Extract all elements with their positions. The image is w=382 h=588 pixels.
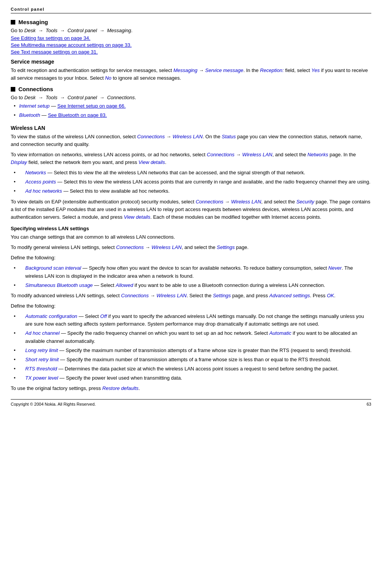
messaging-link-1-text[interactable]: See Editing fax settings on page 34.	[11, 35, 90, 41]
bluetooth-label: Bluetooth	[19, 112, 40, 118]
eap-viewdetails[interactable]: View details	[124, 214, 150, 220]
service-msg-link-yes[interactable]: Yes	[312, 67, 320, 73]
general-bullet-bluetooth: Simultaneous Bluetooth usage — Select Al…	[11, 282, 371, 289]
adv-advanced-settings[interactable]: Advanced settings	[269, 293, 310, 298]
advanced-settings-bullets: Automatic configuration — Select Off if …	[11, 313, 371, 382]
internet-setup-link[interactable]: See Internet setup on page 66.	[57, 103, 126, 109]
connections-nav-tools: Tools	[46, 95, 57, 100]
connections-bullet-internet: Internet setup — See Internet setup on p…	[11, 102, 371, 110]
connections-nav-connections: Connections	[107, 95, 135, 100]
eap-para: To view details on EAP (extensible authe…	[11, 198, 371, 221]
service-msg-link-no[interactable]: No	[105, 75, 111, 81]
specifying-para1: You can change settings that are common …	[11, 233, 371, 241]
messaging-nav-prefix: Go to	[11, 28, 23, 33]
wlan-para1-status: Status	[222, 134, 236, 139]
messaging-title: Messaging	[18, 19, 48, 25]
messaging-square-icon	[11, 20, 15, 25]
advanced-bullet-adhocchannel: Ad hoc channel — Specify the radio frequ…	[11, 329, 371, 345]
wlan-accesspoints-label: Access points	[25, 179, 56, 185]
wlan-bullet-networks: Networks — Select this to view the all t…	[11, 169, 371, 177]
advanced-bullet-rtsthreshold: RTS threshold — Determines the data pack…	[11, 365, 371, 373]
adhocchannel-automatic: Automatic	[269, 330, 291, 336]
rtsthreshold-label: RTS threshold	[25, 366, 57, 372]
messaging-heading: Messaging	[11, 19, 371, 25]
connections-heading: Connections	[11, 86, 371, 92]
define-following-2: Define the following:	[11, 302, 371, 310]
connections-square-icon	[11, 87, 15, 92]
advanced-bullet-txpower: TX power level — Specify the power level…	[11, 374, 371, 382]
connections-bullet-list: Internet setup — See Internet setup on p…	[11, 102, 371, 119]
factory-para: To use the original factory settings, pr…	[11, 385, 371, 392]
adv-connections[interactable]: Connections	[121, 293, 149, 298]
advanced-para: To modify advanced wireless LAN settings…	[11, 292, 371, 300]
advanced-bullet-shortretry: Short retry limit — Specify the maximum …	[11, 356, 371, 364]
connections-title: Connections	[18, 86, 53, 92]
wireless-lan-bullets: Networks — Select this to view the all t…	[11, 169, 371, 195]
wlan-adhoc-label: Ad hoc networks	[25, 188, 62, 194]
service-msg-link-messaging[interactable]: Messaging	[173, 67, 198, 73]
adv-ok[interactable]: OK	[327, 293, 334, 298]
eap-connections[interactable]: Connections	[196, 199, 223, 205]
spec-settings: Settings	[217, 244, 235, 250]
adv-settings: Settings	[213, 293, 231, 298]
messaging-link-3-text[interactable]: See Text message settings on page 31.	[11, 49, 98, 55]
connections-nav-controlpanel: Control panel	[67, 95, 97, 100]
connections-nav: Go to Desk → Tools → Control panel → Con…	[11, 95, 371, 100]
messaging-link-2-text[interactable]: See Multimedia message account settings …	[11, 42, 132, 48]
footer-bar: Copyright © 2004 Nokia. All Rights Reser…	[11, 399, 371, 406]
header-label: Control panel	[11, 7, 44, 11]
wlan-para2-wirelesslan[interactable]: Wireless LAN	[242, 152, 273, 157]
service-msg-link-service[interactable]: Service message	[205, 67, 243, 73]
messaging-link-3[interactable]: See Text message settings on page 31.	[11, 49, 371, 55]
service-message-title: Service message	[11, 59, 371, 65]
header-bar: Control panel	[11, 7, 371, 13]
internet-setup-label: Internet setup	[19, 103, 50, 109]
wlan-bullet-adhoc: Ad hoc networks — Select this to view av…	[11, 187, 371, 195]
longretry-label: Long retry limit	[25, 347, 58, 353]
connections-nav-prefix: Go to	[11, 95, 23, 100]
wlan-networks-label: Networks	[25, 170, 46, 175]
bgscan-label: Background scan interval	[25, 265, 81, 271]
messaging-nav-messaging: Messaging	[107, 28, 131, 33]
wlan-para2-connections[interactable]: Connections	[207, 152, 234, 157]
wlan-para2-viewdetails[interactable]: View details	[139, 159, 165, 165]
general-bullet-bgscan: Background scan interval — Specify how o…	[11, 264, 371, 280]
spec-connections[interactable]: Connections	[116, 244, 144, 250]
simbt-label: Simultaneous Bluetooth usage	[25, 282, 93, 288]
service-msg-link-reception: Reception:	[260, 67, 284, 73]
messaging-nav-tools: Tools	[46, 28, 57, 33]
eap-security: Security	[296, 199, 314, 205]
wireless-lan-para2: To view information on networks, wireles…	[11, 151, 371, 166]
adv-wirelesslan[interactable]: Wireless LAN	[157, 293, 187, 298]
spec-wirelesslan[interactable]: Wireless LAN	[152, 244, 182, 250]
wireless-lan-para1: To view the status of the wireless LAN c…	[11, 133, 371, 148]
service-message-para: To edit reception and authentication set…	[11, 67, 371, 82]
general-settings-bullets: Background scan interval — Specify how o…	[11, 264, 371, 289]
define-following-1: Define the following:	[11, 254, 371, 262]
advanced-bullet-autoconfig: Automatic configuration — Select Off if …	[11, 313, 371, 328]
simbt-allowed: Allowed	[116, 282, 133, 288]
autoconfig-label: Automatic configuration	[25, 313, 77, 319]
wlan-para1-connections[interactable]: Connections	[137, 134, 165, 139]
autoconfig-off: Off	[100, 313, 107, 319]
restore-defaults-link[interactable]: Restore defaults	[102, 385, 139, 391]
advanced-bullet-longretry: Long retry limit — Specify the maximum n…	[11, 347, 371, 354]
messaging-nav-desk: Desk	[24, 28, 36, 33]
eap-wirelesslan[interactable]: Wireless LAN	[231, 199, 261, 205]
wlan-para1-wirelesslan[interactable]: Wireless LAN	[173, 134, 203, 139]
specifying-title: Specifying wireless LAN settings	[11, 226, 371, 231]
footer-copyright: Copyright © 2004 Nokia. All Rights Reser…	[11, 402, 96, 406]
messaging-nav: Go to Desk → Tools → Control panel → Mes…	[11, 28, 371, 33]
connections-bullet-bluetooth: Bluetooth — See Bluetooth on page 83.	[11, 111, 371, 119]
messaging-link-1[interactable]: See Editing fax settings on page 34.	[11, 35, 371, 41]
wlan-para2-display: Display	[11, 159, 27, 165]
footer-page-number: 63	[367, 402, 371, 406]
adhocchannel-label: Ad hoc channel	[25, 330, 60, 336]
wlan-bullet-accesspoints: Access points — Select this to view the …	[11, 178, 371, 186]
txpower-label: TX power level	[25, 375, 58, 381]
wireless-lan-title: Wireless LAN	[11, 125, 371, 131]
messaging-link-2[interactable]: See Multimedia message account settings …	[11, 42, 371, 48]
connections-nav-desk: Desk	[24, 95, 36, 100]
bluetooth-link[interactable]: See Bluetooth on page 83.	[48, 112, 107, 118]
bgscan-never: Never	[328, 265, 342, 271]
